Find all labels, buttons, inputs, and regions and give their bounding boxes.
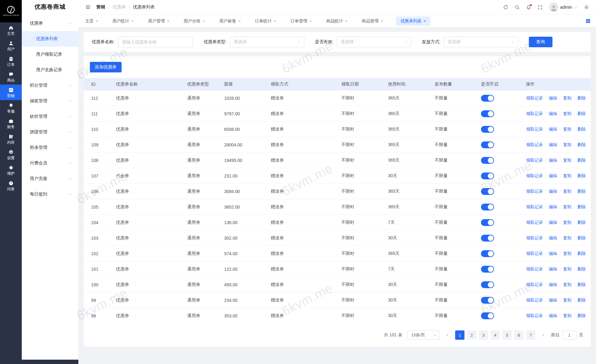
page-button[interactable]: 7	[526, 330, 535, 340]
rail-item[interactable]: 维护	[0, 162, 22, 178]
action-link[interactable]: 领取记录	[526, 95, 543, 101]
enable-toggle[interactable]	[481, 157, 494, 164]
action-link[interactable]: 删除	[577, 189, 586, 194]
prev-page-button[interactable]: ‹	[444, 330, 451, 340]
rail-item[interactable]: 内容	[0, 131, 22, 147]
app-logo[interactable]: AMERICAN DREAM	[0, 0, 22, 22]
action-link[interactable]: 复制	[563, 111, 571, 117]
action-link[interactable]: 领取记录	[526, 111, 543, 117]
sidebar-item[interactable]: 用户兑换记录	[22, 62, 78, 78]
tab-用户统计[interactable]: 用户统计×	[111, 16, 135, 26]
action-link[interactable]: 复制	[563, 127, 571, 132]
tab-用户管理[interactable]: 用户管理×	[147, 16, 171, 26]
action-link[interactable]: 复制	[563, 266, 571, 272]
action-link[interactable]: 编辑	[549, 235, 557, 241]
action-link[interactable]: 编辑	[549, 297, 557, 303]
enable-toggle[interactable]	[481, 297, 494, 304]
action-link[interactable]: 编辑	[549, 313, 557, 319]
enable-toggle[interactable]	[481, 219, 494, 226]
fullscreen-icon[interactable]	[538, 5, 543, 10]
enable-toggle[interactable]	[481, 266, 494, 273]
tab-订单统计[interactable]: 订单统计×	[254, 16, 278, 26]
action-link[interactable]: 领取记录	[526, 127, 543, 132]
sidebar-group[interactable]: 付费会员	[22, 155, 78, 171]
enable-toggle[interactable]	[481, 235, 494, 242]
action-link[interactable]: 领取记录	[526, 158, 543, 163]
tab-close-icon[interactable]: ×	[381, 19, 383, 23]
sidebar-group[interactable]: 抽奖管理	[22, 93, 78, 109]
tab-订单管理[interactable]: 订单管理×	[289, 16, 313, 26]
page-button[interactable]: 5	[502, 330, 512, 340]
enable-toggle[interactable]	[481, 95, 494, 102]
sidebar-group[interactable]: 用户充值	[22, 171, 78, 187]
enable-toggle[interactable]	[481, 141, 494, 148]
rail-item[interactable]: 营销	[0, 85, 22, 100]
sidebar-collapse-icon[interactable]	[85, 4, 91, 10]
action-link[interactable]: 删除	[577, 204, 586, 210]
tab-close-icon[interactable]: ×	[274, 19, 276, 23]
goto-page-input[interactable]	[562, 330, 576, 340]
tab-close-icon[interactable]: ×	[203, 19, 205, 23]
action-link[interactable]: 领取记录	[526, 297, 543, 303]
rail-item[interactable]: 用户	[0, 38, 22, 53]
action-link[interactable]: 复制	[563, 95, 571, 101]
action-link[interactable]: 领取记录	[526, 282, 543, 288]
action-link[interactable]: 领取记录	[526, 204, 543, 210]
enable-toggle[interactable]	[481, 312, 494, 319]
action-link[interactable]: 删除	[577, 235, 586, 241]
enable-toggle[interactable]	[481, 126, 494, 133]
breadcrumb-item[interactable]: 优惠券列表	[133, 4, 155, 10]
action-link[interactable]: 复制	[563, 297, 571, 303]
page-size-select[interactable]: 15条/页	[407, 330, 440, 340]
enable-toggle[interactable]	[481, 281, 494, 288]
action-link[interactable]: 领取记录	[526, 251, 543, 256]
tab-用户标签[interactable]: 用户标签×	[218, 16, 242, 26]
action-link[interactable]: 编辑	[549, 158, 557, 163]
tab-close-icon[interactable]: ×	[310, 19, 312, 23]
next-page-button[interactable]: ›	[540, 330, 547, 340]
tab-grid-icon[interactable]	[586, 19, 590, 23]
action-link[interactable]: 编辑	[549, 204, 557, 210]
action-link[interactable]: 删除	[577, 127, 586, 132]
action-link[interactable]: 编辑	[549, 111, 557, 117]
sidebar-item[interactable]: 优惠券列表	[22, 31, 78, 47]
action-link[interactable]: 复制	[563, 235, 571, 241]
rail-item[interactable]: 订单	[0, 53, 22, 69]
sidebar-group[interactable]: 拼团管理	[22, 124, 78, 140]
action-link[interactable]: 复制	[563, 173, 571, 179]
action-link[interactable]: 编辑	[549, 127, 557, 132]
action-link[interactable]: 领取记录	[526, 173, 543, 179]
page-button[interactable]: 2	[467, 330, 476, 340]
action-link[interactable]: 删除	[577, 142, 586, 148]
tab-close-icon[interactable]: ×	[132, 19, 134, 23]
sidebar-item[interactable]: 用户领取记录	[22, 47, 78, 62]
tab-close-icon[interactable]: ×	[96, 19, 98, 23]
action-link[interactable]: 编辑	[549, 142, 557, 148]
action-link[interactable]: 复制	[563, 142, 571, 148]
refresh-icon[interactable]	[503, 5, 508, 10]
page-button[interactable]: 4	[491, 330, 500, 340]
enable-toggle[interactable]	[481, 110, 494, 117]
action-link[interactable]: 删除	[577, 220, 586, 225]
action-link[interactable]: 编辑	[549, 220, 557, 225]
rail-item[interactable]: 财务	[0, 116, 22, 131]
sidebar-group[interactable]: 砍价管理	[22, 109, 78, 124]
search-icon[interactable]	[515, 5, 520, 10]
action-link[interactable]: 删除	[577, 111, 586, 117]
filter-select[interactable]: 请选择	[230, 37, 304, 47]
action-link[interactable]: 编辑	[549, 266, 557, 272]
action-link[interactable]: 领取记录	[526, 189, 543, 194]
action-link[interactable]: 删除	[577, 95, 586, 101]
action-link[interactable]: 删除	[577, 282, 586, 288]
rail-item[interactable]: 客服	[0, 100, 22, 116]
action-link[interactable]: 领取记录	[526, 266, 543, 272]
sidebar-group[interactable]: 积分管理	[22, 78, 78, 93]
sidebar-group[interactable]: 优惠券	[22, 16, 78, 31]
tab-商品管理[interactable]: 商品管理×	[361, 16, 385, 26]
enable-toggle[interactable]	[481, 188, 494, 195]
action-link[interactable]: 复制	[563, 313, 571, 319]
action-link[interactable]: 复制	[563, 282, 571, 288]
enable-toggle[interactable]	[481, 250, 494, 257]
action-link[interactable]: 编辑	[549, 189, 557, 194]
coupon-name-input[interactable]	[118, 37, 193, 47]
